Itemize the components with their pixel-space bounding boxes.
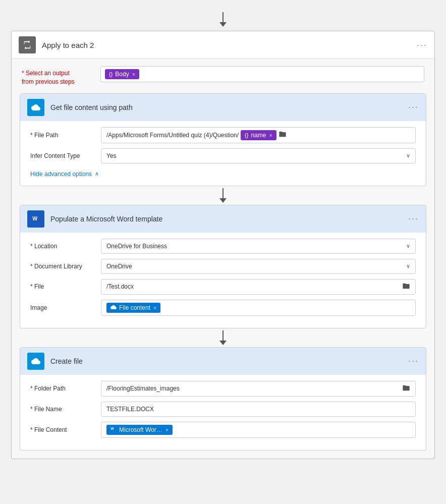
name-tag[interactable]: {} name × [241, 130, 276, 140]
doc-library-select[interactable]: OneDrive ∨ [101, 259, 416, 274]
apply-to-each-card: Apply to each 2 ··· * Select an output f… [11, 31, 435, 459]
location-label: * Location [30, 243, 101, 250]
infer-content-row: Infer Content Type Yes ∨ [30, 148, 416, 163]
infer-chevron-icon: ∨ [406, 152, 410, 159]
file-label: * File [30, 283, 101, 290]
path-text: /Apps/Microsoft Forms/Untitled quiz (4)/… [106, 132, 239, 139]
folder-path-row: * Folder Path /FlooringEstimates_images [30, 381, 416, 397]
file-path-row: * File Path /Apps/Microsoft Forms/Untitl… [30, 127, 416, 143]
microsoft-word-tag[interactable]: W Microsoft Wor… × [106, 425, 173, 435]
cloud-icon-box [27, 99, 44, 116]
file-name-row: * File Name TESTFILE.DOCX [30, 402, 416, 417]
arrow-head-2 [219, 341, 227, 345]
folder-icon-3 [402, 384, 410, 392]
hide-advanced-label: Hide advanced options [30, 171, 92, 178]
word-icon-box: W [27, 210, 44, 228]
file-input[interactable]: /Test.docx [101, 279, 416, 295]
doc-library-row: * Document Library OneDrive ∨ [30, 259, 416, 274]
arrow-head-1 [219, 198, 227, 203]
tag-text: Body [115, 71, 129, 78]
top-connector [219, 12, 227, 27]
location-select[interactable]: OneDrive for Business ∨ [101, 239, 416, 254]
word-small-icon: W [110, 426, 117, 432]
repeat-icon [23, 40, 32, 49]
infer-content-label: Infer Content Type [30, 152, 101, 159]
folder-path-label: * Folder Path [30, 385, 101, 392]
file-content-row: * File Content W Microsoft Wor… × [30, 422, 416, 438]
name-tag-text: name [251, 132, 266, 139]
location-chevron: ∨ [406, 243, 410, 249]
doc-library-value: OneDrive [106, 263, 132, 270]
file-name-label: * File Name [30, 406, 101, 413]
apply-card-title: Apply to each 2 [42, 41, 417, 49]
get-file-card: Get file content using path ··· * File P… [20, 93, 426, 186]
apply-card-header: Apply to each 2 ··· [12, 31, 434, 59]
file-content-input[interactable]: W Microsoft Wor… × [101, 422, 416, 438]
folder-path-icon[interactable] [402, 384, 410, 394]
file-folder-icon[interactable] [402, 282, 410, 292]
image-row: Image File content × [30, 300, 416, 316]
body-tag[interactable]: {} Body × [105, 69, 139, 79]
apply-card-menu[interactable]: ··· [417, 40, 427, 50]
output-label: * Select an output from previous steps [22, 66, 92, 86]
folder-path-input[interactable]: /FlooringEstimates_images [101, 381, 416, 397]
name-tag-icon: {} [245, 132, 248, 138]
get-file-body: * File Path /Apps/Microsoft Forms/Untitl… [20, 121, 426, 186]
word-header: W Populate a Microsoft Word template ··· [20, 205, 426, 233]
location-value: OneDrive for Business [106, 243, 167, 250]
get-file-menu[interactable]: ··· [408, 102, 419, 113]
output-input[interactable]: {} Body × [100, 66, 424, 82]
file-content-label: * File Content [30, 426, 101, 433]
file-path-input[interactable]: /Apps/Microsoft Forms/Untitled quiz (4)/… [101, 127, 416, 143]
word-tag-icon: W [110, 426, 117, 433]
hide-advanced-chevron: ∧ [95, 171, 99, 177]
word-menu[interactable]: ··· [408, 213, 419, 224]
word-icon: W [31, 214, 40, 223]
file-name-input[interactable]: TESTFILE.DOCX [101, 402, 416, 417]
file-content-close[interactable]: × [153, 305, 156, 311]
cloud-tag-icon [110, 304, 117, 310]
folder-icon [278, 130, 287, 138]
doc-library-label: * Document Library [30, 263, 101, 270]
get-file-title: Get file content using path [50, 103, 408, 111]
connector-2 [20, 330, 426, 345]
name-tag-close[interactable]: × [269, 132, 272, 138]
file-path-folder-icon[interactable] [278, 130, 287, 140]
word-template-card: W Populate a Microsoft Word template ···… [20, 205, 426, 328]
folder-icon-2 [402, 282, 410, 290]
inner-cards-area: Get file content using path ··· * File P… [12, 93, 434, 451]
arrow-head [219, 22, 227, 27]
create-file-header: Create file ··· [20, 348, 426, 375]
doc-library-chevron: ∨ [406, 263, 410, 269]
file-content-tag[interactable]: File content × [106, 303, 160, 313]
image-label: Image [30, 304, 101, 311]
get-file-header: Get file content using path ··· [20, 94, 426, 121]
microsoft-word-close[interactable]: × [165, 427, 169, 433]
create-file-menu[interactable]: ··· [408, 356, 419, 366]
word-body: * Location OneDrive for Business ∨ * Doc… [20, 233, 426, 328]
page-container: Apply to each 2 ··· * Select an output f… [11, 10, 435, 459]
tag-close-button[interactable]: × [132, 71, 135, 77]
svg-text:W: W [111, 427, 115, 430]
infer-content-select[interactable]: Yes ∨ [101, 148, 416, 163]
cloud-icon [31, 103, 40, 112]
word-title: Populate a Microsoft Word template [50, 215, 408, 223]
svg-text:W: W [32, 215, 37, 221]
tag-icon: {} [109, 71, 113, 77]
file-value: /Test.docx [106, 283, 402, 290]
file-content-icon [110, 304, 117, 311]
connector-1 [20, 188, 426, 203]
hide-advanced-toggle[interactable]: Hide advanced options ∧ [30, 169, 416, 179]
file-name-value: TESTFILE.DOCX [106, 406, 410, 413]
output-row: * Select an output from previous steps {… [12, 59, 434, 93]
file-path-label: * File Path [30, 132, 101, 139]
apply-icon [19, 36, 36, 53]
create-file-icon-box [27, 353, 44, 370]
location-row: * Location OneDrive for Business ∨ [30, 239, 416, 254]
file-content-text: File content [119, 304, 150, 311]
path-with-tag: /Apps/Microsoft Forms/Untitled quiz (4)/… [106, 130, 278, 140]
create-file-body: * Folder Path /FlooringEstimates_images [20, 375, 426, 450]
image-input[interactable]: File content × [101, 300, 416, 316]
infer-content-value: Yes [106, 152, 117, 159]
create-file-card: Create file ··· * Folder Path /FlooringE… [20, 347, 426, 451]
